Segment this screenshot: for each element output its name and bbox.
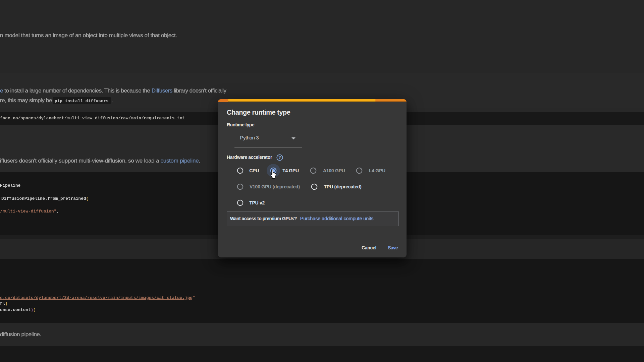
svg-text:?: ? [278, 155, 281, 160]
